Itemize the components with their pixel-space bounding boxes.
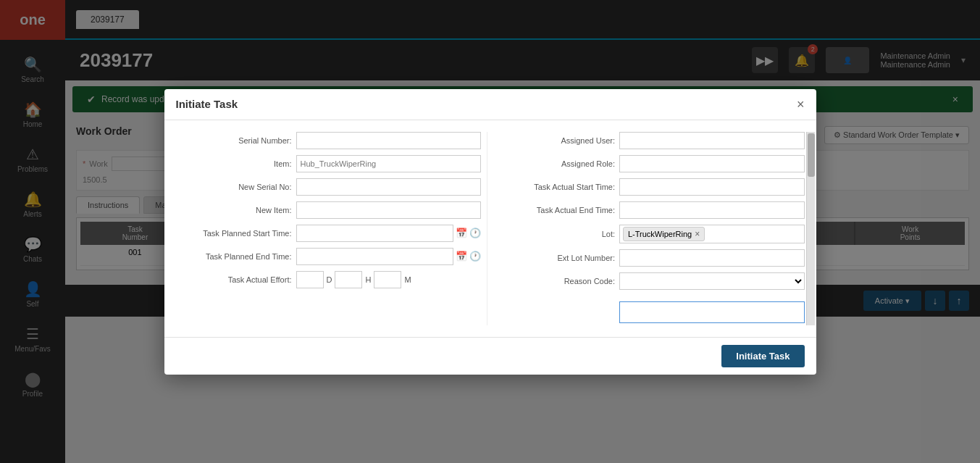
actual-start-row: Task Actual Start Time: [499,178,805,196]
ext-lot-input[interactable] [619,249,805,267]
serial-number-row: Serial Number: [176,132,482,149]
new-serial-input[interactable] [296,178,482,196]
modal-title: Initiate Task [176,98,238,110]
lot-tag: L-TruckWiperRing × [623,227,705,241]
item-input[interactable] [296,155,482,172]
modal-header: Initiate Task × [164,89,816,120]
actual-end-input[interactable] [619,201,805,219]
actual-effort-label: Task Actual Effort: [176,275,292,284]
modal-scrollbar-thumb [808,133,815,177]
modal-textarea[interactable] [619,301,805,323]
reason-code-select[interactable] [619,272,805,290]
modal-close-btn[interactable]: × [797,98,805,111]
assigned-user-input[interactable] [619,132,805,149]
actual-end-label: Task Actual End Time: [499,206,615,214]
h-label: H [365,275,371,284]
assigned-user-row: Assigned User: [499,132,805,149]
planned-start-calendar-icon[interactable]: 📅 [456,228,467,238]
effort-d-input[interactable] [296,271,324,288]
modal-scrollbar[interactable] [806,132,815,325]
planned-start-row: Task Planned Start Time: 📅 🕐 [176,225,482,242]
assigned-role-label: Assigned Role: [499,159,615,168]
serial-number-input[interactable] [296,132,482,149]
assigned-role-input[interactable] [619,155,805,172]
actual-start-label: Task Actual Start Time: [499,183,615,191]
planned-start-input[interactable] [296,225,454,242]
actual-start-input[interactable] [619,178,805,196]
actual-effort-row: Task Actual Effort: D H M [176,271,482,288]
planned-end-label: Task Planned End Time: [176,252,292,261]
new-serial-row: New Serial No: [176,178,482,196]
modal-overlay: Initiate Task × Serial Number: Item: [0,0,980,463]
new-item-input[interactable] [296,201,482,219]
new-item-row: New Item: [176,201,482,219]
new-serial-label: New Serial No: [176,183,292,191]
actual-end-row: Task Actual End Time: [499,201,805,219]
effort-m-input[interactable] [374,271,401,288]
planned-end-clock-icon[interactable]: 🕐 [469,251,481,262]
modal-body: Serial Number: Item: New Serial No: [164,120,816,337]
serial-number-label: Serial Number: [176,136,292,145]
planned-start-label: Task Planned Start Time: [176,229,292,238]
planned-end-calendar-icon[interactable]: 📅 [456,251,467,262]
ext-lot-label: Ext Lot Number: [499,254,615,262]
modal-footer: Initiate Task [164,337,816,375]
lot-row: Lot: L-TruckWiperRing × [499,225,805,243]
lot-input-area[interactable]: L-TruckWiperRing × [619,225,805,243]
initiate-task-modal: Initiate Task × Serial Number: Item: [164,89,816,375]
lot-tag-value: L-TruckWiperRing [628,230,692,238]
reason-code-label: Reason Code: [499,277,615,285]
planned-start-clock-icon[interactable]: 🕐 [469,228,481,238]
effort-h-input[interactable] [335,271,362,288]
modal-textarea-area [619,296,805,325]
item-row: Item: [176,155,482,172]
lot-label: Lot: [499,230,615,238]
assigned-role-row: Assigned Role: [499,155,805,172]
initiate-task-button[interactable]: Initiate Task [721,345,804,367]
planned-end-input[interactable] [296,248,454,265]
ext-lot-row: Ext Lot Number: [499,249,805,267]
d-label: D [327,275,332,284]
new-item-label: New Item: [176,206,292,214]
reason-code-row: Reason Code: [499,272,805,290]
assigned-user-label: Assigned User: [499,136,615,145]
item-label: Item: [176,159,292,168]
lot-tag-remove-btn[interactable]: × [695,229,700,239]
m-label: M [404,275,411,284]
planned-end-row: Task Planned End Time: 📅 🕐 [176,248,482,265]
